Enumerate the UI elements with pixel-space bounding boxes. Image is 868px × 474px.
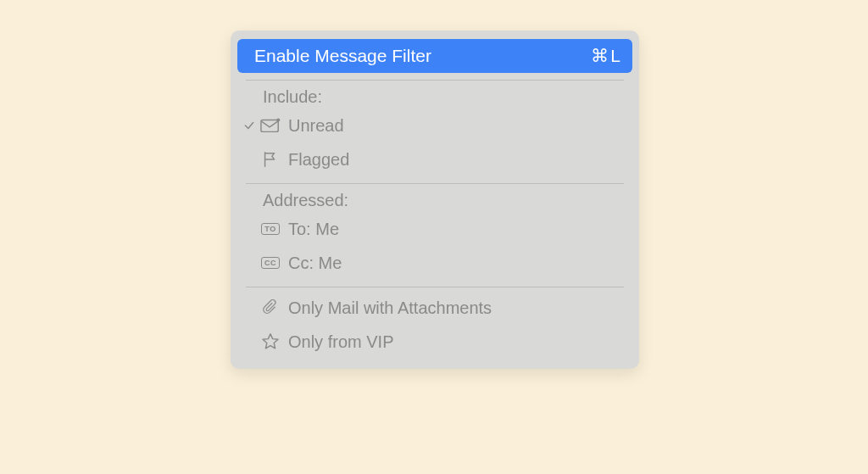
include-section-title: Include: [231, 84, 639, 109]
addressed-cc-me-label: Cc: Me [288, 254, 624, 273]
include-unread-label: Unread [288, 116, 624, 136]
svg-point-1 [276, 119, 280, 122]
enable-message-filter-label: Enable Message Filter [249, 46, 591, 66]
addressed-to-me-label: To: Me [288, 220, 624, 239]
command-symbol-icon: ⌘ [591, 46, 609, 66]
only-attachments-item[interactable]: Only Mail with Attachments [231, 291, 639, 325]
include-unread-item[interactable]: Unread [231, 109, 639, 142]
separator [246, 80, 624, 81]
shortcut-label: ⌘ L [591, 46, 620, 66]
only-attachments-label: Only Mail with Attachments [288, 298, 624, 318]
shortcut-key: L [610, 46, 620, 66]
star-icon [258, 332, 283, 351]
addressed-cc-me-item[interactable]: CC Cc: Me [231, 246, 639, 280]
addressed-to-me-item[interactable]: TO To: Me [231, 212, 639, 246]
enable-message-filter-item[interactable]: Enable Message Filter ⌘ L [237, 39, 632, 73]
separator [246, 287, 624, 287]
filter-menu-panel: Enable Message Filter ⌘ L Include: Unrea… [231, 31, 639, 369]
addressed-section-title: Addressed: [231, 187, 639, 212]
checkmark-icon [241, 120, 258, 131]
include-flagged-label: Flagged [288, 150, 624, 170]
include-flagged-item[interactable]: Flagged [231, 142, 639, 176]
flag-icon [258, 150, 283, 169]
cc-badge-icon: CC [258, 257, 283, 269]
to-badge-icon: TO [258, 223, 283, 235]
svg-rect-0 [261, 120, 278, 132]
paperclip-icon [258, 298, 283, 317]
only-vip-label: Only from VIP [288, 332, 624, 352]
separator [246, 183, 624, 184]
only-vip-item[interactable]: Only from VIP [231, 325, 639, 359]
unread-envelope-icon [258, 117, 283, 134]
